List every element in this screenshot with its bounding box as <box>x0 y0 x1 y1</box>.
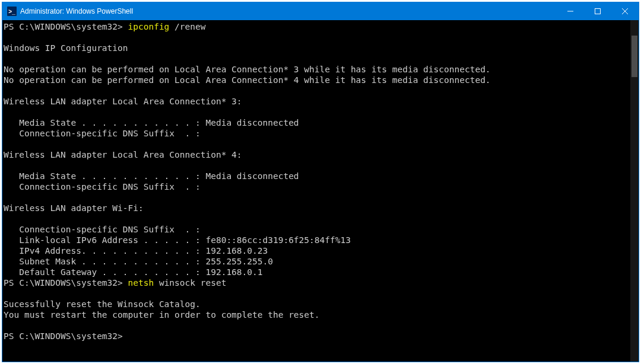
adapter-header: Wireless LAN adapter Local Area Connecti… <box>4 150 242 159</box>
output-line: Link-local IPv6 Address . . . . . : fe80… <box>4 235 351 245</box>
svg-rect-0 <box>595 9 601 14</box>
output-line: Media State . . . . . . . . . . . : Medi… <box>4 171 299 181</box>
prompt-path: PS C:\WINDOWS\system32> <box>4 331 123 341</box>
output-line: No operation can be performed on Local A… <box>4 65 491 74</box>
minimize-icon <box>567 8 573 14</box>
close-button[interactable] <box>611 2 639 20</box>
output-line: IPv4 Address. . . . . . . . . . . : 192.… <box>4 246 268 256</box>
output-line: Subnet Mask . . . . . . . . . . . : 255.… <box>4 257 273 266</box>
command-word: netsh <box>128 278 154 288</box>
prompt-path: PS C:\WINDOWS\system32> <box>4 22 128 31</box>
output-line: Connection-specific DNS Suffix . : <box>4 129 201 138</box>
content-area: PS C:\WINDOWS\system32> ipconfig /renew … <box>2 20 639 362</box>
command-word: ipconfig <box>128 22 170 31</box>
powershell-window: >_ Administrator: Windows PowerShell PS … <box>2 2 639 362</box>
command-args: winsock reset <box>154 278 226 288</box>
adapter-header: Wireless LAN adapter Wi-Fi: <box>4 203 144 213</box>
close-icon <box>622 8 628 14</box>
output-line: Windows IP Configuration <box>4 43 128 53</box>
adapter-header: Wireless LAN adapter Local Area Connecti… <box>4 97 242 106</box>
command-args: /renew <box>169 22 205 31</box>
powershell-icon: >_ <box>7 7 17 16</box>
output-line: Connection-specific DNS Suffix . : <box>4 225 201 234</box>
prompt-path: PS C:\WINDOWS\system32> <box>4 278 128 288</box>
output-line: Connection-specific DNS Suffix . : <box>4 182 201 191</box>
output-line: Media State . . . . . . . . . . . : Medi… <box>4 118 299 127</box>
output-line: Sucessfully reset the Winsock Catalog. <box>4 299 201 309</box>
output-line: No operation can be performed on Local A… <box>4 75 491 85</box>
minimize-button[interactable] <box>557 2 584 20</box>
output-line: Default Gateway . . . . . . . . . : 192.… <box>4 267 263 277</box>
output-line: You must restart the computer in order t… <box>4 310 320 320</box>
titlebar[interactable]: >_ Administrator: Windows PowerShell <box>2 2 639 20</box>
maximize-icon <box>595 8 601 14</box>
vertical-scrollbar[interactable] <box>630 20 639 362</box>
terminal-output[interactable]: PS C:\WINDOWS\system32> ipconfig /renew … <box>2 20 630 362</box>
window-title: Administrator: Windows PowerShell <box>20 7 133 15</box>
maximize-button[interactable] <box>584 2 611 20</box>
scrollbar-thumb[interactable] <box>632 36 637 77</box>
